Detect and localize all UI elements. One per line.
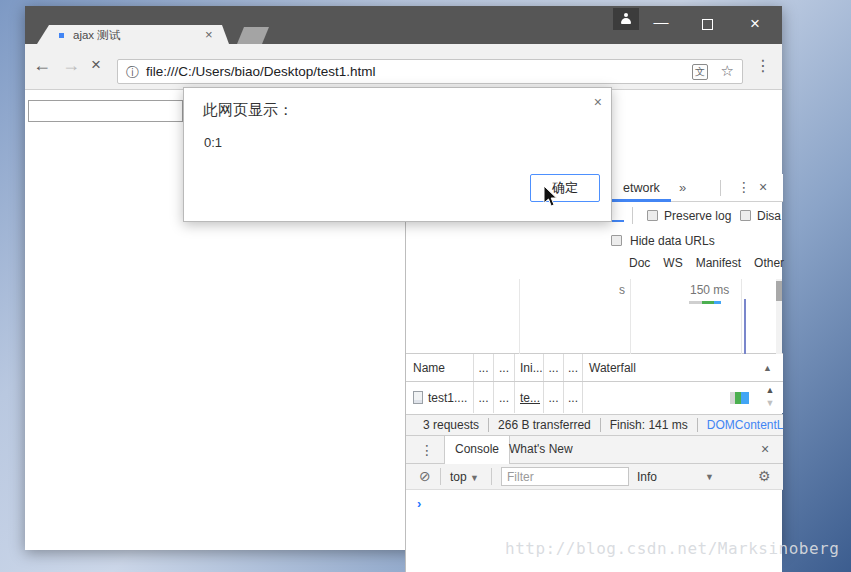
devtools-close-icon[interactable]: × <box>759 179 767 195</box>
browser-tab[interactable]: ajax 测试 × <box>37 25 229 44</box>
col-waterfall[interactable]: Waterfall <box>582 354 758 381</box>
divider <box>720 180 721 196</box>
new-tab-button[interactable] <box>237 27 269 44</box>
scrollbar-thumb[interactable] <box>776 281 782 301</box>
console-filter-input[interactable] <box>501 467 629 486</box>
url-text[interactable]: file:///C:/Users/biao/Desktop/test1.html <box>146 64 376 79</box>
col-2[interactable]: ... <box>473 354 493 381</box>
filter-manifest[interactable]: Manifest <box>696 256 741 279</box>
context-selector[interactable]: top ▼ <box>450 470 479 484</box>
tab-close-icon[interactable]: × <box>205 27 213 42</box>
tab-whats-new[interactable]: What's New <box>509 442 573 456</box>
stop-icon[interactable]: × <box>91 55 101 75</box>
desktop: ajax 测试 × — × ← → × ⓘ file:///C:/Users/b… <box>0 0 851 572</box>
minimize-button[interactable]: — <box>647 12 675 36</box>
request-waterfall-bar <box>730 392 749 404</box>
request-cell: ... <box>473 382 493 413</box>
tab-network[interactable]: etwork <box>623 181 660 195</box>
tab-title: ajax 测试 <box>73 28 120 43</box>
browser-menu-icon[interactable]: ⋮ <box>755 56 771 75</box>
devtools-panel: etwork » ⋮ × Preserve log Disa <box>405 174 782 572</box>
scroll-down-icon[interactable]: ▼ <box>766 398 775 408</box>
request-cell: ... <box>563 382 582 413</box>
filter-ws[interactable]: WS <box>663 256 682 279</box>
dom-content-loaded-marker <box>744 299 746 354</box>
chevron-down-icon: ▼ <box>470 473 479 483</box>
window-close-button[interactable]: × <box>741 12 769 36</box>
devtools-menu-icon[interactable]: ⋮ <box>737 179 751 195</box>
network-request-table: Name ... ... Ini... ... ... Waterfall ▲ … <box>406 354 783 414</box>
person-icon <box>620 13 632 25</box>
page-info-icon[interactable]: ⓘ <box>126 64 139 82</box>
clear-console-icon[interactable]: ⊘ <box>419 468 431 484</box>
scroll-up-icon[interactable]: ▲ <box>766 385 775 395</box>
dialog-title: 此网页显示： <box>203 101 293 120</box>
table-header-row[interactable]: Name ... ... Ini... ... ... Waterfall ▲ <box>406 354 783 382</box>
summary-finish: Finish: 141 ms <box>600 418 697 432</box>
request-type-filters: Doc WS Manifest Other <box>629 256 783 279</box>
maximize-button[interactable] <box>693 12 721 36</box>
console-prompt-chevron[interactable]: › <box>417 496 421 511</box>
timeline-tick-partial: s <box>619 283 625 297</box>
more-tabs-icon[interactable]: » <box>679 180 686 195</box>
disable-cache-checkbox[interactable] <box>740 210 751 221</box>
page-text-input[interactable] <box>28 100 183 122</box>
col-6[interactable]: ... <box>563 354 582 381</box>
drawer-menu-icon[interactable]: ⋮ <box>420 442 434 458</box>
network-overview-timeline[interactable]: s 150 ms <box>406 279 783 354</box>
document-icon <box>413 391 423 404</box>
sort-asc-icon[interactable]: ▲ <box>763 363 772 373</box>
hide-data-urls-checkbox[interactable] <box>611 235 622 246</box>
log-level-selector[interactable]: Info <box>637 470 657 484</box>
preserve-log-label[interactable]: Preserve log <box>664 209 731 223</box>
forward-icon[interactable]: → <box>62 55 80 76</box>
summary-requests: 3 requests <box>414 418 488 432</box>
col-initiator[interactable]: Ini... <box>514 354 543 381</box>
summary-dcl-link[interactable]: DOMContentLoad... <box>697 418 783 432</box>
dialog-close-icon[interactable]: × <box>594 94 602 110</box>
dialog-ok-button[interactable]: 确定 <box>530 174 600 202</box>
bookmark-star-icon[interactable]: ☆ <box>721 62 734 80</box>
request-cell: ... <box>493 382 514 413</box>
address-bar[interactable]: ⓘ file:///C:/Users/biao/Desktop/test1.ht… <box>117 59 743 84</box>
timeline-gridline <box>741 279 742 354</box>
filter-doc[interactable]: Doc <box>629 256 650 279</box>
profile-button[interactable] <box>613 8 639 30</box>
overview-waterfall-bar <box>689 301 721 304</box>
preserve-log-checkbox[interactable] <box>647 210 658 221</box>
tab-console[interactable]: Console <box>444 436 510 464</box>
filter-input-stub[interactable] <box>612 220 624 222</box>
chevron-down-icon[interactable]: ▼ <box>705 472 714 482</box>
request-name[interactable]: test1.... <box>428 391 467 405</box>
table-row[interactable]: test1.... ... ... te... ... ... ▲ <box>406 382 783 413</box>
timeline-tick-150ms: 150 ms <box>690 283 729 297</box>
tab-favicon <box>59 33 64 38</box>
col-3[interactable]: ... <box>493 354 514 381</box>
network-summary-bar: 3 requests 266 B transferred Finish: 141… <box>406 414 783 436</box>
watermark-text: http://blog.csdn.net/Marksinoberg <box>505 539 839 558</box>
drawer-close-icon[interactable]: × <box>761 441 769 457</box>
hide-data-urls-label[interactable]: Hide data URLs <box>630 234 715 248</box>
col-name[interactable]: Name <box>406 354 473 381</box>
maximize-icon <box>702 19 713 30</box>
browser-toolbar: ← → × ⓘ file:///C:/Users/biao/Desktop/te… <box>25 44 782 90</box>
browser-titlebar: ajax 测试 × — × <box>25 6 782 44</box>
console-toolbar: ⊘ top ▼ Info ▼ ⚙ <box>406 464 783 490</box>
timeline-scrollbar[interactable] <box>776 279 782 354</box>
divider <box>491 468 492 485</box>
request-initiator-link[interactable]: te... <box>520 391 540 405</box>
disable-cache-label[interactable]: Disa <box>757 209 781 223</box>
mouse-cursor <box>543 185 559 209</box>
back-icon[interactable]: ← <box>33 55 51 76</box>
table-scrollbar[interactable]: ▲ ▼ <box>759 384 781 410</box>
summary-transferred: 266 B transferred <box>488 418 600 432</box>
translate-icon[interactable]: 文 <box>692 64 708 80</box>
network-toolbar-row2: Hide data URLs <box>406 229 783 254</box>
filter-other[interactable]: Other <box>754 256 784 279</box>
request-cell: ... <box>543 382 563 413</box>
divider <box>632 207 633 224</box>
console-settings-gear-icon[interactable]: ⚙ <box>758 468 771 484</box>
col-5[interactable]: ... <box>543 354 563 381</box>
console-drawer-tabbar: ⋮ Console What's New × <box>406 436 783 464</box>
divider <box>440 468 441 485</box>
